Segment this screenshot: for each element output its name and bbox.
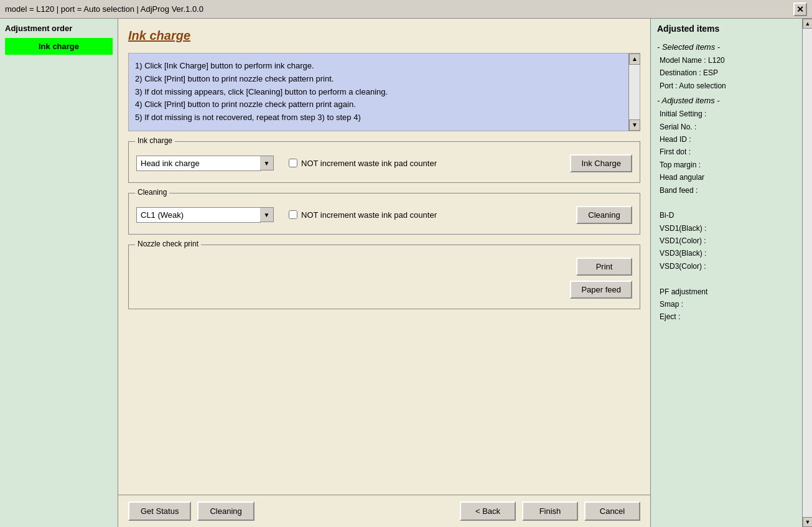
right-item-5: Head angular xyxy=(657,171,800,184)
ink-charge-dropdown-arrow[interactable]: ▼ xyxy=(260,156,274,170)
close-button[interactable]: ✕ xyxy=(793,2,807,16)
cleaning-row: CL1 (Weak) CL2 (Medium) CL3 (Strong) ▼ N… xyxy=(136,206,632,224)
right-scroll-down-btn[interactable]: ▼ xyxy=(803,517,812,527)
right-item-1: Serial No. : xyxy=(657,121,800,133)
right-scrollbar: ▲ ▼ xyxy=(802,19,812,527)
right-panel-title: Adjusted items xyxy=(657,24,800,34)
right-item-4: Top margin : xyxy=(657,159,800,171)
sidebar-title: Adjustment order xyxy=(5,24,113,33)
title-bar-text: model = L120 | port = Auto selection | A… xyxy=(5,4,203,14)
cleaning-checkbox[interactable] xyxy=(289,210,297,219)
ink-charge-checkbox-label: NOT increment waste ink pad counter xyxy=(301,159,437,168)
cleaning-checkbox-wrapper: NOT increment waste ink pad counter xyxy=(289,210,437,220)
scroll-down-btn[interactable]: ▼ xyxy=(629,119,640,131)
right-item-0: Initial Setting : xyxy=(657,108,800,120)
cleaning-checkbox-label: NOT increment waste ink pad counter xyxy=(301,210,437,220)
back-button[interactable]: < Back xyxy=(460,501,516,521)
right-destination: Destination : ESP xyxy=(657,67,800,79)
right-port: Port : Auto selection xyxy=(657,80,800,92)
cleaning-bottom-button[interactable]: Cleaning xyxy=(197,501,254,521)
ink-charge-label: Ink charge xyxy=(135,136,175,145)
instruction-2: 2) Click [Print] button to print nozzle … xyxy=(135,73,626,86)
cleaning-dropdown-arrow[interactable]: ▼ xyxy=(260,207,274,222)
cleaning-dropdown-wrapper: CL1 (Weak) CL2 (Medium) CL3 (Strong) ▼ xyxy=(136,207,274,223)
ink-charge-button[interactable]: Ink Charge xyxy=(570,154,632,172)
ink-charge-dropdown[interactable]: Head ink charge All ink charge xyxy=(136,156,261,171)
nozzle-section: Nozzle check print Print Paper feed xyxy=(128,245,640,309)
paper-feed-button[interactable]: Paper feed xyxy=(570,281,632,299)
selected-items-header: - Selected items - xyxy=(657,42,800,52)
right-item-9: VSD1(Black) : xyxy=(657,222,800,235)
content-inner: Ink charge 1) Click [Ink Charge] button … xyxy=(118,19,650,495)
instruction-4: 4) Click [Print] button to print nozzle … xyxy=(135,98,626,111)
title-bar: model = L120 | port = Auto selection | A… xyxy=(0,0,812,19)
right-item-3: First dot : xyxy=(657,146,800,158)
nozzle-buttons: Print Paper feed xyxy=(136,258,632,299)
right-item-14: PF adjustment xyxy=(657,286,800,298)
scroll-track xyxy=(629,65,640,119)
right-item-spacer1 xyxy=(657,197,800,209)
right-item-11: VSD3(Black) : xyxy=(657,247,800,259)
cleaning-section: Cleaning CL1 (Weak) CL2 (Medium) CL3 (St… xyxy=(128,193,640,235)
content-area: Ink charge 1) Click [Ink Charge] button … xyxy=(118,19,650,527)
right-scroll-track xyxy=(803,29,812,517)
instruction-1: 1) Click [Ink Charge] button to perform … xyxy=(135,60,626,73)
right-item-12: VSD3(Color) : xyxy=(657,260,800,273)
right-item-8: Bi-D xyxy=(657,209,800,222)
instructions-scrollbar: ▲ ▼ xyxy=(628,54,640,131)
right-item-spacer2 xyxy=(657,273,800,285)
right-item-10: VSD1(Color) : xyxy=(657,235,800,247)
right-item-16: Eject : xyxy=(657,310,800,323)
instruction-3: 3) If dot missing appears, click [Cleani… xyxy=(135,86,626,99)
sidebar-item-ink-charge[interactable]: Ink charge xyxy=(5,38,113,55)
instructions-box: 1) Click [Ink Charge] button to perform … xyxy=(128,53,640,131)
instruction-5: 5) If dot missing is not recovered, repe… xyxy=(135,111,626,124)
cancel-button[interactable]: Cancel xyxy=(584,501,640,521)
print-button[interactable]: Print xyxy=(576,258,632,276)
ink-charge-section: Ink charge Head ink charge All ink charg… xyxy=(128,141,640,183)
main-container: Adjustment order Ink charge Ink charge 1… xyxy=(0,19,812,527)
right-scroll-up-btn[interactable]: ▲ xyxy=(803,19,812,29)
right-item-15: Smap : xyxy=(657,298,800,310)
bottom-bar: Get Status Cleaning < Back Finish Cancel xyxy=(118,495,650,527)
right-item-6: Band feed : xyxy=(657,184,800,197)
right-model-name: Model Name : L120 xyxy=(657,54,800,67)
page-title: Ink charge xyxy=(128,29,640,43)
cleaning-dropdown[interactable]: CL1 (Weak) CL2 (Medium) CL3 (Strong) xyxy=(136,207,261,223)
ink-charge-checkbox-wrapper: NOT increment waste ink pad counter xyxy=(289,159,437,168)
right-panel: Adjusted items - Selected items - Model … xyxy=(650,19,812,527)
adjusted-items-header: - Adjusted items - xyxy=(657,96,800,105)
finish-button[interactable]: Finish xyxy=(522,501,578,521)
ink-charge-dropdown-wrapper: Head ink charge All ink charge ▼ xyxy=(136,156,274,171)
nozzle-label: Nozzle check print xyxy=(135,240,201,248)
right-item-2: Head ID : xyxy=(657,133,800,146)
ink-charge-checkbox[interactable] xyxy=(289,159,297,167)
ink-charge-row: Head ink charge All ink charge ▼ NOT inc… xyxy=(136,154,632,172)
cleaning-label: Cleaning xyxy=(135,188,169,197)
scroll-up-btn[interactable]: ▲ xyxy=(629,54,640,65)
sidebar: Adjustment order Ink charge xyxy=(0,19,118,527)
cleaning-button[interactable]: Cleaning xyxy=(576,206,632,224)
get-status-button[interactable]: Get Status xyxy=(128,501,191,521)
